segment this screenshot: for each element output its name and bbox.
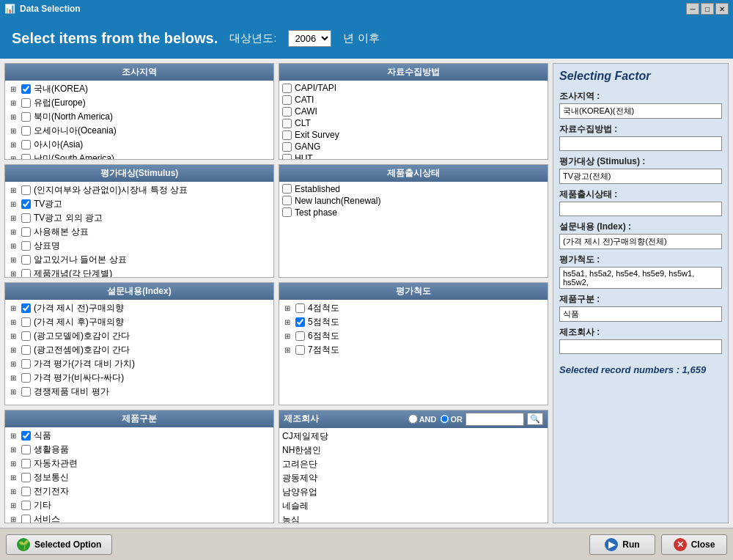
survey-region-checkbox-oceania[interactable] (21, 126, 31, 136)
index-checkbox-competitor[interactable] (21, 387, 31, 397)
title-bar-left: 📊 Data Selection (4, 4, 81, 14)
and-radio[interactable] (408, 414, 418, 424)
expand-icon[interactable]: ⊞ (8, 474, 18, 482)
selected-option-label: Selected Option (34, 539, 101, 550)
dc-checkbox-cati[interactable] (282, 95, 292, 105)
ps-checkbox-newlaunch[interactable] (282, 196, 292, 205)
expand-icon[interactable]: ⊞ (282, 332, 292, 340)
survey-region-checkbox-korea[interactable] (21, 84, 31, 94)
item-label: 오세아니아(Oceania) (34, 125, 117, 137)
rating-checkbox-5[interactable] (295, 317, 305, 327)
manufacturer-search-button[interactable]: 🔍 (527, 413, 543, 425)
survey-region-checkbox-europe[interactable] (21, 98, 31, 108)
close-button[interactable]: ✕ Close (661, 534, 727, 555)
item-label: 가격 평가(비싸다-싸다) (34, 372, 124, 384)
dc-checkbox-capi[interactable] (282, 84, 292, 93)
stimulus-checkbox-all[interactable] (21, 185, 31, 195)
index-checkbox-price-value[interactable] (21, 359, 31, 369)
rating-checkbox-7[interactable] (295, 345, 305, 355)
expand-icon[interactable]: ⊞ (8, 515, 18, 523)
expand-icon[interactable]: ⊞ (8, 200, 18, 208)
dc-checkbox-exit[interactable] (282, 130, 292, 140)
stimulus-checkbox-used[interactable] (21, 227, 31, 237)
expand-icon[interactable]: ⊞ (8, 346, 18, 354)
product-category-checkbox-service[interactable] (21, 515, 31, 523)
product-category-checkbox-food[interactable] (21, 431, 31, 441)
factor-product-status: 제품출시상태 : (559, 188, 722, 216)
ps-checkbox-established[interactable] (282, 184, 292, 194)
product-category-checkbox-auto[interactable] (21, 459, 31, 468)
left-panels: 조사지역 ⊞ 국내(KOREA) ⊞ 유럽(Europe) (4, 63, 548, 523)
dc-checkbox-clt[interactable] (282, 119, 292, 128)
expand-icon[interactable]: ⊞ (8, 501, 18, 509)
stimulus-checkbox-known[interactable] (21, 255, 31, 265)
factor-rating-scale-label: 평가척도 : (559, 254, 722, 266)
ps-checkbox-testphase[interactable] (282, 207, 292, 217)
expand-icon[interactable]: ⊞ (282, 346, 292, 354)
index-checkbox-model-favor[interactable] (21, 331, 31, 341)
list-item: GANG (282, 141, 545, 152)
app-icon: 📊 (4, 4, 15, 14)
product-category-checkbox-other[interactable] (21, 501, 31, 510)
survey-region-checkbox-asia[interactable] (21, 140, 31, 150)
expand-icon[interactable]: ⊞ (8, 186, 18, 194)
run-label: Run (622, 539, 639, 550)
expand-icon[interactable]: ⊞ (8, 141, 18, 149)
year-select[interactable]: 2006 2007 2008 (288, 30, 331, 47)
run-button[interactable]: ▶ Run (589, 534, 655, 555)
survey-region-checkbox-northamerica[interactable] (21, 112, 31, 122)
expand-icon[interactable]: ⊞ (8, 127, 18, 135)
or-radio-label[interactable]: OR (440, 414, 463, 424)
selected-option-button[interactable]: 🌱 Selected Option (6, 534, 112, 555)
expand-icon[interactable]: ⊞ (8, 214, 18, 222)
list-item: ⊞ 알고있거나 들어본 상표 (8, 253, 270, 267)
maximize-button[interactable]: □ (701, 3, 714, 15)
index-checkbox-price-rating[interactable] (21, 373, 31, 383)
expand-icon[interactable]: ⊞ (8, 304, 18, 312)
expand-icon[interactable]: ⊞ (8, 388, 18, 396)
expand-icon[interactable]: ⊞ (8, 228, 18, 236)
index-checkbox-ad-favor[interactable] (21, 345, 31, 355)
close-button[interactable]: ✕ (715, 3, 729, 15)
expand-icon[interactable]: ⊞ (8, 460, 18, 468)
expand-icon[interactable]: ⊞ (8, 318, 18, 326)
expand-icon[interactable]: ⊞ (8, 242, 18, 250)
factor-stimulus-value: TV광고(전체) (559, 169, 722, 184)
product-category-checkbox-living[interactable] (21, 445, 31, 454)
stimulus-checkbox-otherad[interactable] (21, 213, 31, 223)
expand-icon[interactable]: ⊞ (282, 318, 292, 326)
dc-checkbox-gang[interactable] (282, 142, 292, 152)
index-checkbox-after-price[interactable] (21, 317, 31, 327)
expand-icon[interactable]: ⊞ (8, 487, 18, 495)
rating-checkbox-4[interactable] (295, 303, 305, 313)
list-item: ⊞ 생활용품 (8, 443, 270, 457)
expand-icon[interactable]: ⊞ (8, 432, 18, 440)
minimize-button[interactable]: ─ (686, 3, 699, 15)
survey-region-checkbox-southamerica[interactable] (21, 154, 31, 159)
dc-checkbox-cawi[interactable] (282, 107, 292, 117)
stimulus-checkbox-concept[interactable] (21, 269, 31, 277)
dc-checkbox-hut[interactable] (282, 154, 292, 159)
product-category-checkbox-electronics[interactable] (21, 487, 31, 496)
expand-icon[interactable]: ⊞ (8, 85, 18, 93)
expand-icon[interactable]: ⊞ (8, 99, 18, 107)
expand-icon[interactable]: ⊞ (8, 360, 18, 368)
expand-icon[interactable]: ⊞ (8, 256, 18, 264)
expand-icon[interactable]: ⊞ (8, 446, 18, 454)
expand-icon[interactable]: ⊞ (8, 332, 18, 340)
expand-icon[interactable]: ⊞ (8, 113, 18, 121)
expand-icon[interactable]: ⊞ (8, 155, 18, 159)
survey-region-body: ⊞ 국내(KOREA) ⊞ 유럽(Europe) ⊞ 북미(Nor (5, 81, 273, 159)
or-radio[interactable] (440, 414, 449, 424)
expand-icon[interactable]: ⊞ (8, 270, 18, 277)
expand-icon[interactable]: ⊞ (282, 304, 292, 312)
item-label: (가격 제시 전)구매의향 (34, 302, 124, 314)
stimulus-checkbox-tvad[interactable] (21, 199, 31, 209)
product-category-checkbox-it[interactable] (21, 473, 31, 482)
and-radio-label[interactable]: AND (408, 414, 437, 424)
stimulus-checkbox-brandname[interactable] (21, 241, 31, 251)
rating-checkbox-6[interactable] (295, 331, 305, 341)
expand-icon[interactable]: ⊞ (8, 374, 18, 382)
index-checkbox-before-price[interactable] (21, 303, 31, 313)
manufacturer-search-input[interactable] (465, 413, 524, 426)
